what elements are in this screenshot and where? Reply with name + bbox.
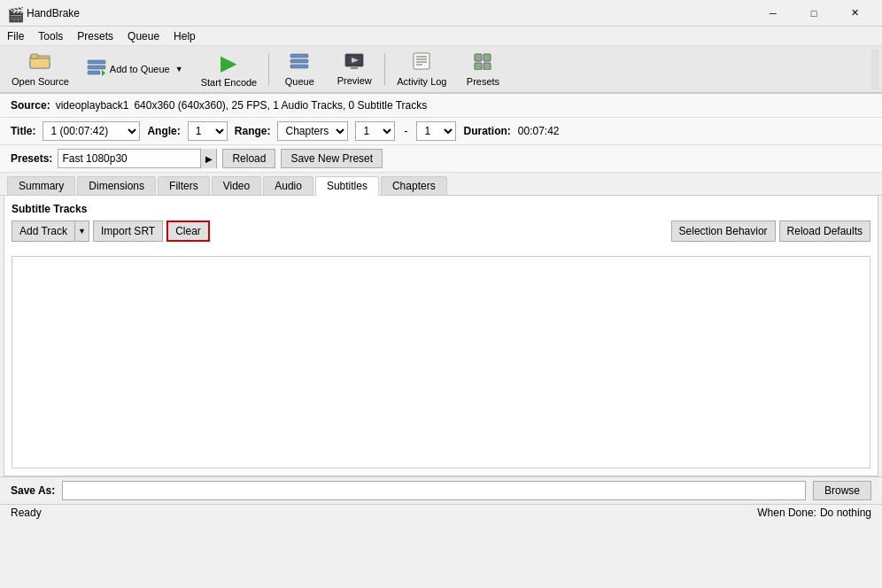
toolbar-separator-1	[268, 53, 269, 85]
titlebar: 🎬 HandBrake ─ □ ✕	[0, 0, 882, 27]
range-dash: -	[404, 125, 407, 137]
duration-label: Duration:	[463, 125, 510, 137]
reload-defaults-button[interactable]: Reload Defaults	[779, 220, 870, 242]
menu-tools[interactable]: Tools	[31, 28, 70, 44]
add-to-queue-btn-main[interactable]: Add to Queue ▼	[79, 49, 191, 89]
selection-behavior-button[interactable]: Selection Behavior	[671, 220, 776, 242]
duration-value: 00:07:42	[518, 125, 560, 137]
window-controls: ─ □ ✕	[753, 0, 875, 27]
range-to-select[interactable]: 1	[416, 121, 456, 141]
clear-button[interactable]: Clear	[166, 220, 210, 242]
svg-rect-8	[290, 59, 308, 63]
preview-button[interactable]: Preview	[328, 49, 381, 89]
preset-dropdown-arrow[interactable]: ▶	[200, 149, 216, 168]
presets-button[interactable]: Presets	[456, 49, 509, 89]
add-track-button[interactable]: Add Track ▼	[12, 220, 89, 242]
status-bar: Ready When Done: Do nothing	[0, 504, 882, 521]
toolbar-scrollbar	[871, 49, 878, 89]
tab-dimensions[interactable]: Dimensions	[77, 176, 156, 195]
tab-filters[interactable]: Filters	[158, 176, 210, 195]
menu-help[interactable]: Help	[166, 28, 203, 44]
range-type-select[interactable]: Chapters	[277, 121, 348, 141]
menubar: File Tools Presets Queue Help	[0, 27, 882, 46]
start-encode-button[interactable]: ▶ Start Encode	[193, 49, 266, 89]
queue-button[interactable]: Queue	[273, 49, 326, 89]
queue-icon	[290, 52, 309, 74]
range-label: Range:	[235, 125, 271, 137]
menu-presets[interactable]: Presets	[70, 28, 120, 44]
add-track-label[interactable]: Add Track	[12, 221, 74, 241]
menu-queue[interactable]: Queue	[120, 28, 166, 44]
source-details: 640x360 (640x360), 25 FPS, 1 Audio Track…	[134, 99, 427, 112]
presets-label: Presets	[467, 76, 499, 87]
tabs-bar: Summary Dimensions Filters Video Audio S…	[0, 173, 882, 196]
preset-selector[interactable]: Fast 1080p30 ▶	[58, 149, 217, 168]
tab-video[interactable]: Video	[212, 176, 261, 195]
range-from-select[interactable]: 1	[355, 121, 395, 141]
source-label: Source:	[11, 99, 50, 112]
preview-icon	[344, 53, 364, 74]
close-button[interactable]: ✕	[834, 0, 875, 27]
app-title: HandBrake	[27, 7, 753, 19]
add-track-dropdown-icon[interactable]: ▼	[74, 221, 89, 241]
svg-rect-9	[290, 65, 308, 68]
svg-rect-2	[31, 54, 38, 58]
tab-summary[interactable]: Summary	[7, 176, 75, 195]
svg-rect-22	[484, 63, 491, 70]
svg-rect-7	[290, 54, 308, 58]
save-as-input[interactable]	[62, 481, 806, 500]
add-to-queue-dropdown-arrow[interactable]: ▼	[175, 65, 183, 74]
title-label: Title:	[11, 125, 35, 137]
presets-row-label: Presets:	[11, 152, 52, 165]
tab-chapters[interactable]: Chapters	[381, 176, 447, 195]
title-select[interactable]: 1 (00:07:42)	[43, 121, 140, 141]
add-to-queue-button[interactable]: Add to Queue ▼	[79, 49, 191, 89]
preview-label: Preview	[337, 75, 372, 86]
save-as-bar: Save As: Browse	[0, 476, 882, 504]
source-info: Source: videoplayback1 640x360 (640x360)…	[0, 94, 882, 118]
svg-rect-13	[351, 67, 358, 69]
activity-log-label: Activity Log	[397, 76, 446, 87]
minimize-button[interactable]: ─	[753, 0, 793, 27]
svg-rect-4	[88, 66, 105, 69]
status-ready: Ready	[11, 507, 42, 519]
title-row: Title: 1 (00:07:42) Angle: 1 Range: Chap…	[0, 118, 882, 145]
save-new-preset-button[interactable]: Save New Preset	[281, 149, 383, 168]
angle-label: Angle:	[147, 125, 180, 137]
svg-rect-21	[475, 63, 482, 70]
open-source-button[interactable]: Open Source	[4, 49, 77, 89]
preset-input[interactable]: Fast 1080p30	[58, 150, 200, 167]
activity-log-button[interactable]: Activity Log	[389, 49, 454, 89]
tab-subtitles[interactable]: Subtitles	[315, 176, 379, 196]
activity-log-icon	[412, 52, 431, 74]
reload-button[interactable]: Reload	[222, 149, 275, 168]
svg-rect-20	[484, 54, 491, 61]
subtitle-section-title: Subtitle Tracks	[12, 203, 870, 215]
start-encode-icon: ▶	[220, 50, 236, 75]
presets-row: Presets: Fast 1080p30 ▶ Reload Save New …	[0, 145, 882, 173]
queue-label: Queue	[285, 76, 314, 87]
svg-rect-5	[88, 71, 100, 74]
tab-content-area: Subtitle Tracks Add Track ▼ Import SRT C…	[4, 196, 878, 476]
angle-select[interactable]: 1	[188, 121, 228, 141]
add-to-queue-label: Add to Queue	[110, 64, 170, 74]
svg-rect-19	[475, 54, 482, 61]
svg-rect-1	[30, 58, 50, 68]
import-srt-button[interactable]: Import SRT	[93, 220, 163, 242]
toolbar-separator-2	[384, 53, 385, 85]
svg-rect-14	[414, 53, 429, 69]
maximize-button[interactable]: □	[793, 0, 834, 27]
browse-button[interactable]: Browse	[813, 481, 871, 500]
status-right: When Done: Do nothing	[757, 507, 871, 519]
svg-rect-3	[88, 60, 105, 64]
open-source-label: Open Source	[12, 76, 69, 87]
start-encode-label: Start Encode	[201, 77, 258, 88]
app-icon: 🎬	[7, 6, 21, 20]
tab-audio[interactable]: Audio	[263, 176, 313, 195]
add-to-queue-icon	[87, 58, 106, 81]
svg-marker-6	[102, 70, 105, 76]
when-done-value: Do nothing	[820, 507, 871, 519]
subtitle-toolbar: Add Track ▼ Import SRT Clear Selection B…	[12, 220, 870, 242]
subtitle-list-area	[12, 256, 870, 468]
menu-file[interactable]: File	[0, 28, 31, 44]
